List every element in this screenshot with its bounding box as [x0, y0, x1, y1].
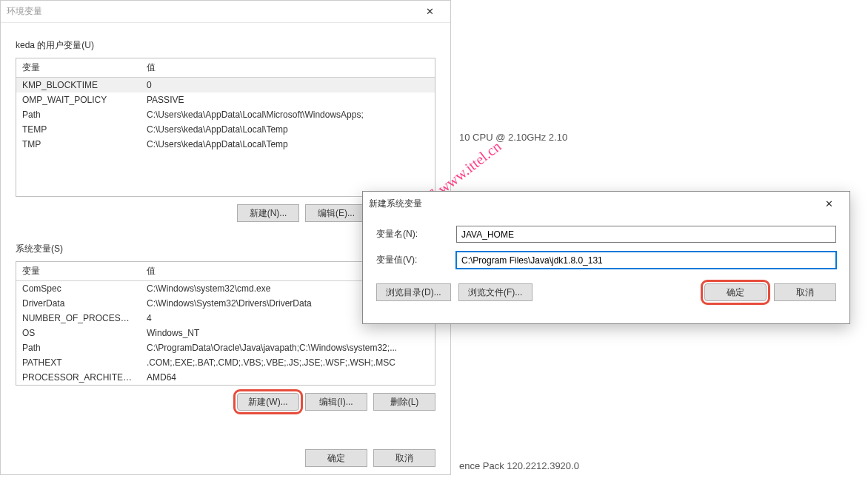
browse-file-button[interactable]: 浏览文件(F)...: [458, 283, 533, 301]
env-footer: 确定 取消: [305, 449, 435, 467]
table-row[interactable]: TEMPC:\Users\keda\AppData\Local\Temp: [16, 122, 435, 137]
var-name-cell: TEMP: [16, 122, 141, 137]
sys-buttons-row: 新建(W)... 编辑(I)... 删除(L): [16, 393, 435, 411]
var-name-cell: Path: [16, 107, 141, 122]
newvar-cancel-button[interactable]: 取消: [774, 283, 836, 301]
env-cancel-button[interactable]: 取消: [373, 449, 435, 467]
table-row[interactable]: PathC:\ProgramData\Oracle\Java\javapath;…: [16, 340, 435, 355]
table-row[interactable]: PATHEXT.COM;.EXE;.BAT;.CMD;.VBS;.VBE;.JS…: [16, 355, 435, 370]
var-value-cell: PASSIVE: [141, 92, 435, 107]
var-value-cell: C:\Users\keda\AppData\Local\Temp: [141, 122, 435, 137]
new-system-variable-dialog: 新建系统变量 ✕ 变量名(N): 变量值(V): 浏览目录(D)... 浏览文件…: [362, 191, 850, 324]
var-value-input[interactable]: [456, 252, 836, 269]
newvar-title: 新建系统变量: [369, 198, 814, 210]
newvar-ok-button[interactable]: 确定: [704, 283, 767, 301]
var-value-cell: C:\ProgramData\Oracle\Java\javapath;C:\W…: [141, 340, 435, 355]
env-ok-button[interactable]: 确定: [305, 449, 367, 467]
var-name-cell: ComSpec: [16, 281, 141, 297]
table-row[interactable]: PROCESSOR_ARCHITECT...AMD64: [16, 370, 435, 385]
system-info-pack: ence Pack 120.2212.3920.0: [459, 460, 579, 471]
user-vars-label: keda 的用户变量(U): [16, 39, 450, 52]
user-vars-table[interactable]: 变量 值 KMP_BLOCKTIME0OMP_WAIT_POLICYPASSIV…: [16, 58, 435, 197]
table-row[interactable]: OSWindows_NT: [16, 326, 435, 340]
var-name-cell: OMP_WAIT_POLICY: [16, 92, 141, 107]
system-info-cpu: 10 CPU @ 2.10GHz 2.10: [459, 132, 567, 143]
var-name-cell: OS: [16, 326, 141, 340]
var-name-cell: DriverData: [16, 296, 141, 311]
table-row[interactable]: OMP_WAIT_POLICYPASSIVE: [16, 92, 435, 107]
var-name-cell: KMP_BLOCKTIME: [16, 78, 141, 93]
col-value: 值: [141, 58, 435, 78]
env-titlebar: 环境变量 ✕: [1, 1, 450, 23]
var-value-label: 变量值(V):: [376, 254, 456, 266]
table-row[interactable]: PathC:\Users\keda\AppData\Local\Microsof…: [16, 107, 435, 122]
var-name-cell: Path: [16, 340, 141, 355]
var-value-cell: Windows_NT: [141, 326, 435, 340]
var-value-cell: C:\Users\keda\AppData\Local\Microsoft\Wi…: [141, 107, 435, 122]
var-name-cell: PROCESSOR_ARCHITECT...: [16, 370, 141, 385]
var-name-cell: TMP: [16, 137, 141, 152]
var-name-cell: NUMBER_OF_PROCESSORS: [16, 311, 141, 326]
var-value-cell: .COM;.EXE;.BAT;.CMD;.VBS;.VBE;.JS;.JSE;.…: [141, 355, 435, 370]
sys-new-button[interactable]: 新建(W)...: [237, 393, 299, 411]
var-value-cell: 0: [141, 78, 435, 93]
sys-delete-button[interactable]: 删除(L): [373, 393, 435, 411]
user-edit-button[interactable]: 编辑(E)...: [305, 204, 367, 222]
var-value-cell: C:\Users\keda\AppData\Local\Temp: [141, 137, 435, 152]
table-row[interactable]: TMPC:\Users\keda\AppData\Local\Temp: [16, 137, 435, 152]
var-value-cell: AMD64: [141, 370, 435, 385]
var-name-cell: PATHEXT: [16, 355, 141, 370]
user-new-button[interactable]: 新建(N)...: [237, 204, 299, 222]
col-name: 变量: [16, 262, 141, 281]
newvar-titlebar: 新建系统变量 ✕: [363, 192, 849, 215]
var-name-label: 变量名(N):: [376, 228, 456, 240]
var-name-input[interactable]: [456, 226, 836, 243]
close-icon[interactable]: ✕: [814, 198, 844, 209]
sys-edit-button[interactable]: 编辑(I)...: [305, 393, 367, 411]
env-title: 环境变量: [7, 5, 415, 18]
table-row[interactable]: KMP_BLOCKTIME0: [16, 78, 435, 93]
browse-dir-button[interactable]: 浏览目录(D)...: [376, 283, 451, 301]
close-icon[interactable]: ✕: [415, 6, 444, 17]
col-name: 变量: [16, 58, 141, 78]
